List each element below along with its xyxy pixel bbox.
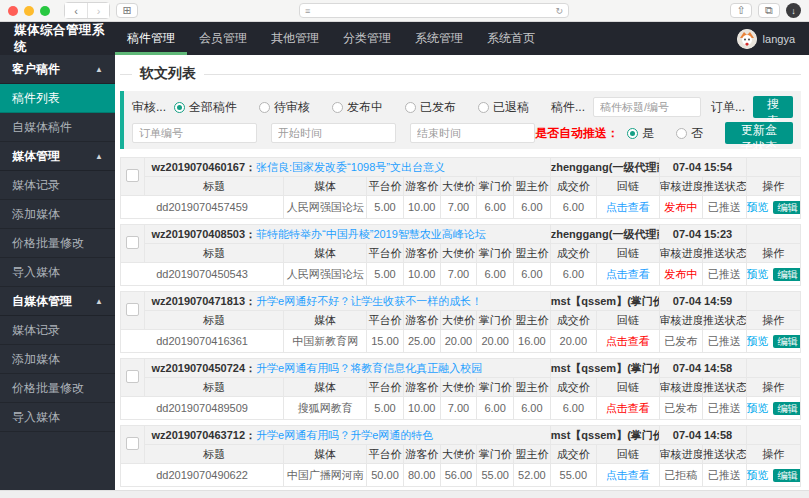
col-header-title: 标题 [145,244,284,263]
push-status: 已推送 [703,464,747,487]
tabs-icon[interactable]: ⧉ [758,3,780,18]
auto-push-radio-0[interactable]: 是 [627,125,654,142]
reader-icon[interactable]: ≡ [305,6,310,16]
refresh-icon[interactable]: ↻ [555,6,563,16]
user-area[interactable]: langya [737,22,809,55]
col-header-ambassador-price: 大使价 [440,378,477,397]
end-time-input[interactable] [410,123,535,143]
radio-label: 是 [642,125,654,142]
push-status: 已推送 [703,196,747,219]
col-header-visitor-price: 游客价 [403,177,440,196]
radio-icon [676,128,687,139]
sidebar-item-2-1[interactable]: 添加媒体 [0,345,115,374]
view-backlink[interactable]: 点击查看 [606,469,650,481]
sidebar-item-2-3[interactable]: 导入媒体 [0,403,115,432]
download-icon[interactable]: ↓ [786,3,801,18]
update-box-status-button[interactable]: 更新盒子状态 [725,122,793,144]
address-bar[interactable]: ≡ ↻ [299,3,569,18]
edit-button[interactable]: 编辑 [773,268,801,281]
preview-button[interactable]: 预览 [747,268,769,280]
article-checkbox[interactable] [126,169,139,182]
nav-item-1[interactable]: 会员管理 [187,22,259,55]
radio-icon [478,102,489,113]
sidebar-group-2[interactable]: 自媒体管理▲ [0,287,115,316]
status-radio-2[interactable]: 发布中 [332,99,383,116]
article-title-link[interactable]: 升学e网通好不好？让学生收获不一样的成长！ [256,295,482,307]
sidebar-group-1[interactable]: 媒体管理▲ [0,142,115,171]
status-radio-1[interactable]: 待审核 [259,99,310,116]
sidebar-item-0-1[interactable]: 自媒体稿件 [0,113,115,142]
article-title-link[interactable]: 菲特能特举办“中国丹棱”2019智慧农业高峰论坛 [256,228,486,240]
preview-button[interactable]: 预览 [747,335,769,347]
nav-item-0[interactable]: 稿件管理 [115,22,187,55]
col-header-media: 媒体 [284,244,367,263]
media-name: 人民网强国论坛 [284,263,367,286]
publish-time: 07-04 14:58 [659,426,746,445]
edit-button[interactable]: 编辑 [773,402,801,415]
status-radio-4[interactable]: 已退稿 [478,99,529,116]
status-radio-0[interactable]: 全部稿件 [174,99,237,116]
nav-item-3[interactable]: 分类管理 [331,22,403,55]
edit-button[interactable]: 编辑 [773,335,801,348]
preview-button[interactable]: 预览 [747,402,769,414]
article-checkbox[interactable] [126,370,139,383]
sidebar-group-0[interactable]: 客户稿件▲ [0,55,115,84]
browser-back-button[interactable]: ‹ [65,3,87,18]
browser-forward-button[interactable]: › [87,3,109,18]
radio-icon [174,102,185,113]
radio-label: 发布中 [347,99,383,116]
col-header-deal-price: 成交价 [550,177,596,196]
article-checkbox[interactable] [126,236,139,249]
article-title-link[interactable]: 升学e网通有用吗？升学e网通的特色 [256,429,433,441]
col-header-ambassador-price: 大使价 [440,311,477,330]
edit-button[interactable]: 编辑 [773,469,801,482]
col-header-backlink: 回链 [596,311,659,330]
close-window-button[interactable] [8,6,18,16]
zoom-window-button[interactable] [40,6,50,16]
sidebar-item-2-2[interactable]: 价格批量修改 [0,374,115,403]
col-header-actions: 操作 [746,378,800,397]
nav-item-2[interactable]: 其他管理 [259,22,331,55]
sidebar-item-2-0[interactable]: 媒体记录 [0,316,115,345]
id-title-separator: ： [245,228,256,240]
visitor-price: 10.00 [403,196,440,219]
minimize-window-button[interactable] [24,6,34,16]
view-backlink[interactable]: 点击查看 [606,201,650,213]
share-icon[interactable]: ⇧ [730,3,752,18]
article-title-link[interactable]: 张信良:国家发改委“1098号”文出台意义 [256,161,445,173]
view-backlink[interactable]: 点击查看 [606,268,650,280]
main-menu: 稿件管理会员管理其他管理分类管理系统管理系统首页 [115,22,547,55]
search-button[interactable]: 搜索 [753,96,793,118]
article-keyword-input[interactable] [593,97,701,117]
article-checkbox[interactable] [126,303,139,316]
article-title-link[interactable]: 升学e网通有用吗？将教育信息化真正融入校园 [256,362,482,374]
sub-order-id: dd2019070490622 [121,464,284,487]
col-header-media: 媒体 [284,311,367,330]
view-backlink[interactable]: 点击查看 [606,402,650,414]
sidebar-item-1-2[interactable]: 价格批量修改 [0,229,115,258]
status-radio-3[interactable]: 已发布 [405,99,456,116]
article-checkbox[interactable] [126,437,139,450]
sidebar-item-1-1[interactable]: 添加媒体 [0,200,115,229]
order-number-input[interactable] [132,123,257,143]
preview-button[interactable]: 预览 [747,201,769,213]
article-header: wz2019070460167：张信良:国家发改委“1098号”文出台意义 [145,158,550,177]
nav-item-5[interactable]: 系统首页 [475,22,547,55]
col-header-push-status: 推送状态 [703,244,747,263]
deal-price: 6.00 [550,397,596,420]
nav-item-4[interactable]: 系统管理 [403,22,475,55]
audit-status: 已发布 [659,330,703,353]
sidebar-item-1-3[interactable]: 导入媒体 [0,258,115,287]
browser-sidebar-button[interactable]: ⊞ [116,3,138,18]
preview-button[interactable]: 预览 [747,469,769,481]
col-header-backlink: 回链 [596,445,659,464]
view-backlink[interactable]: 点击查看 [606,335,650,347]
sidebar-group-label: 自媒体管理 [12,293,72,310]
edit-button[interactable]: 编辑 [773,201,801,214]
leader-price: 52.00 [514,464,551,487]
platform-price: 5.00 [367,263,404,286]
sidebar-item-0-0[interactable]: 稿件列表 [0,84,115,113]
sidebar-item-1-0[interactable]: 媒体记录 [0,171,115,200]
start-time-input[interactable] [271,123,396,143]
auto-push-radio-1[interactable]: 否 [676,125,703,142]
